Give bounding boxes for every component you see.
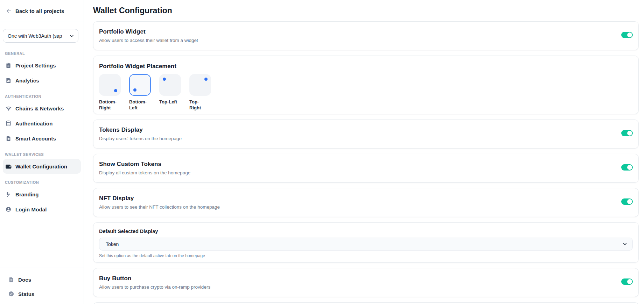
sidebar-item-label: Project Settings	[15, 63, 56, 68]
section-label-customization: CUSTOMIZATION	[0, 179, 84, 186]
main-content: Wallet Configuration Portfolio Widget Al…	[84, 0, 644, 304]
sidebar-item-label: Authentication	[15, 121, 52, 126]
card-portfolio-widget: Portfolio Widget Allow users to access t…	[93, 21, 639, 50]
sidebar-spacer	[0, 217, 84, 268]
card-partially-visible	[93, 302, 639, 304]
card-title: NFT Display	[99, 195, 220, 202]
card-text: Portfolio Widget Allow users to access t…	[99, 28, 198, 44]
back-arrow-icon	[6, 8, 12, 14]
placement-label: Top-Left	[159, 99, 180, 105]
placement-tile	[159, 74, 181, 96]
toggle-knob	[627, 131, 632, 136]
sidebar-item-docs[interactable]: Docs	[6, 273, 78, 287]
sidebar-footer: Docs Status	[0, 268, 84, 304]
card-default-selected-display: Default Selected Display Token Set this …	[93, 222, 639, 263]
placement-option-top-left[interactable]: Top-Left	[159, 74, 181, 111]
sidebar-item-label: Status	[18, 291, 34, 297]
sidebar-item-label: Chains & Networks	[15, 106, 64, 111]
sidebar-item-status[interactable]: Status	[6, 287, 78, 301]
card-description: Allow users to access their wallet from …	[99, 37, 198, 44]
card-text: NFT Display Allow users to see their NFT…	[99, 195, 220, 210]
database-icon	[5, 120, 12, 127]
section-label-authentication: AUTHENTICATION	[0, 93, 84, 100]
card-title: Portfolio Widget Placement	[99, 63, 633, 70]
card-portfolio-widget-placement: Portfolio Widget Placement Bottom-Right …	[93, 56, 639, 114]
sidebar-item-project-settings[interactable]: Project Settings	[3, 58, 81, 73]
placement-label: Bottom-Left	[129, 99, 150, 111]
back-to-projects-link[interactable]: Back to all projects	[0, 0, 84, 22]
placement-tile-selected	[129, 74, 151, 96]
sidebar: Back to all projects One with Web3Auth (…	[0, 0, 84, 304]
toggle-knob	[627, 165, 632, 170]
sidebar-item-login-modal[interactable]: Login Modal	[3, 202, 81, 217]
sidebar-item-label: Wallet Configuration	[15, 164, 67, 169]
sidebar-item-authentication[interactable]: Authentication	[3, 116, 81, 131]
card-text: Tokens Display Display users' tokens on …	[99, 126, 182, 142]
card-title: Buy Button	[99, 275, 210, 282]
brush-icon	[5, 191, 12, 198]
page-title: Wallet Configuration	[93, 6, 639, 15]
toggle-knob	[627, 199, 632, 204]
card-title: Tokens Display	[99, 126, 182, 134]
placement-tile	[99, 74, 121, 96]
wifi-icon	[5, 105, 12, 112]
sidebar-item-wallet-configuration[interactable]: Wallet Configuration	[3, 159, 81, 174]
clipboard-icon	[5, 62, 12, 69]
placement-option-bottom-right[interactable]: Bottom-Right	[99, 74, 121, 111]
analytics-icon	[5, 77, 12, 84]
card-tokens-display: Tokens Display Display users' tokens on …	[93, 120, 639, 149]
section-label-general: GENERAL	[0, 50, 84, 57]
settings-card-list: Portfolio Widget Allow users to access t…	[93, 21, 639, 304]
project-selector-dropdown[interactable]: One with Web3Auth (sap	[3, 29, 78, 43]
sidebar-item-analytics[interactable]: Analytics	[3, 73, 81, 88]
card-nft-display: NFT Display Allow users to see their NFT…	[93, 188, 639, 217]
buy-button-toggle[interactable]	[621, 278, 633, 285]
card-title: Portfolio Widget	[99, 28, 198, 36]
wallet-icon	[5, 163, 12, 170]
sidebar-item-chains-networks[interactable]: Chains & Networks	[3, 101, 81, 116]
card-description: Display all custom tokens on the homepag…	[99, 170, 190, 176]
sidebar-item-smart-accounts[interactable]: Smart Accounts	[3, 131, 81, 146]
placement-option-top-right[interactable]: Top-Right	[189, 74, 211, 111]
placement-label: Top-Right	[189, 99, 210, 111]
card-text: Show Custom Tokens Display all custom to…	[99, 160, 190, 176]
portfolio-widget-toggle[interactable]	[621, 32, 633, 38]
card-show-custom-tokens: Show Custom Tokens Display all custom to…	[93, 154, 639, 183]
placement-option-bottom-left[interactable]: Bottom-Left	[129, 74, 151, 111]
sidebar-item-branding[interactable]: Branding	[3, 187, 81, 202]
card-text: Buy Button Allow users to purchase crypt…	[99, 275, 210, 290]
select-helper-text: Set this option as the default active ta…	[99, 253, 633, 259]
check-circle-icon	[8, 290, 15, 297]
sidebar-item-label: Branding	[15, 191, 39, 197]
show-custom-tokens-toggle[interactable]	[621, 164, 633, 171]
back-label: Back to all projects	[15, 8, 64, 14]
sidebar-item-label: Login Modal	[15, 207, 47, 212]
select-value: Token	[106, 241, 622, 247]
placement-label: Bottom-Right	[99, 99, 120, 111]
user-icon	[5, 206, 12, 213]
file-icon	[5, 135, 12, 142]
app-window: Back to all projects One with Web3Auth (…	[0, 0, 644, 304]
card-title: Show Custom Tokens	[99, 160, 190, 168]
card-description: Allow users to purchase crypto via on-ra…	[99, 284, 210, 290]
sidebar-nav: GENERAL Project Settings Analytics AUTHE…	[0, 45, 84, 217]
nft-display-toggle[interactable]	[621, 198, 633, 205]
select-label: Default Selected Display	[99, 228, 633, 234]
placement-tile	[189, 74, 211, 96]
sidebar-item-label: Smart Accounts	[15, 136, 56, 142]
placement-dot	[133, 88, 136, 92]
section-label-wallet-services: WALLET SERVICES	[0, 151, 84, 158]
card-description: Allow users to see their NFT collections…	[99, 204, 220, 210]
toggle-knob	[627, 279, 632, 284]
card-description: Display users' tokens on the homepage	[99, 136, 182, 142]
chevron-down-icon	[622, 241, 628, 247]
default-display-select[interactable]: Token	[99, 238, 633, 251]
sidebar-item-label: Analytics	[15, 78, 39, 84]
doc-icon	[8, 276, 15, 283]
placement-dot	[204, 78, 208, 81]
tokens-display-toggle[interactable]	[621, 130, 633, 136]
card-buy-button: Buy Button Allow users to purchase crypt…	[93, 268, 639, 297]
placement-options: Bottom-Right Bottom-Left Top-Left Top-Ri…	[99, 74, 633, 111]
sidebar-item-label: Docs	[18, 277, 31, 283]
placement-dot	[114, 89, 117, 92]
